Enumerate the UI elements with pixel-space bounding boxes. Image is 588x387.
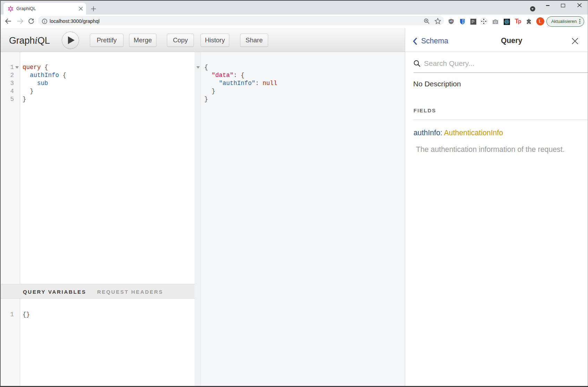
- svg-text:uO: uO: [450, 20, 453, 22]
